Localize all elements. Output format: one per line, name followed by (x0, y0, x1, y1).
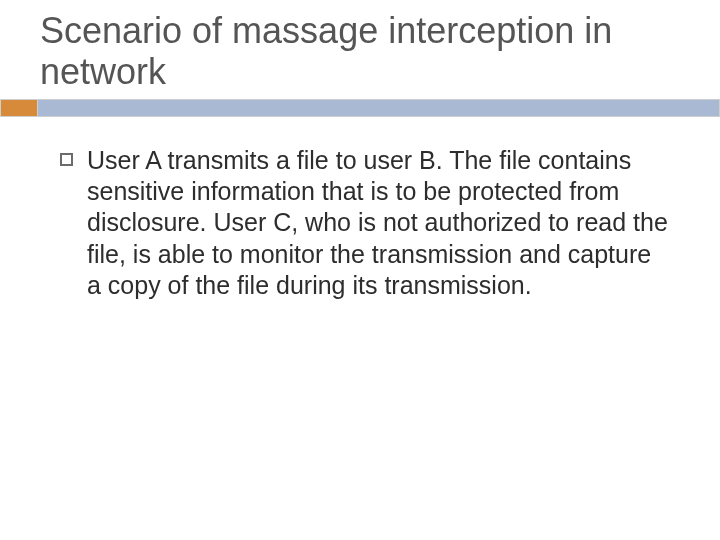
square-bullet-icon (60, 153, 73, 166)
title-block: Scenario of massage interception in netw… (0, 0, 720, 93)
title-underline-bar (38, 99, 720, 117)
bullet-text: User A transmits a file to user B. The f… (87, 145, 670, 301)
title-underline-accent (0, 99, 38, 117)
content-area: User A transmits a file to user B. The f… (0, 117, 720, 301)
title-underline (0, 99, 720, 117)
list-item: User A transmits a file to user B. The f… (60, 145, 670, 301)
slide-title: Scenario of massage interception in netw… (40, 10, 680, 93)
